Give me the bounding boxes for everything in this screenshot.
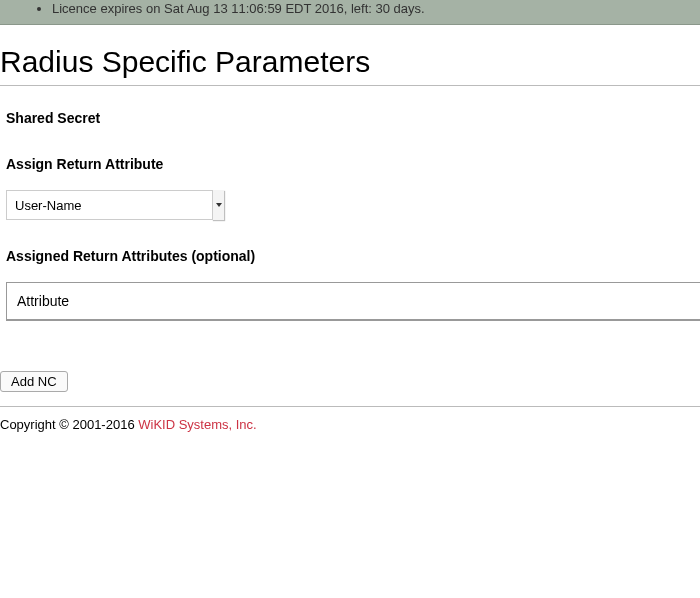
attributes-table: Attribute bbox=[6, 282, 700, 321]
status-bar: Licence expires on Sat Aug 13 11:06:59 E… bbox=[0, 0, 700, 25]
button-row: Add NC bbox=[0, 371, 700, 392]
assigned-return-attributes-label: Assigned Return Attributes (optional) bbox=[0, 248, 700, 264]
return-attribute-select[interactable]: User-Name bbox=[6, 190, 224, 220]
attributes-table-header: Attribute bbox=[7, 283, 700, 320]
add-nc-button[interactable]: Add NC bbox=[0, 371, 68, 392]
license-expiry-text: Licence expires on Sat Aug 13 11:06:59 E… bbox=[52, 0, 692, 18]
footer: Copyright © 2001-2016 WiKID Systems, Inc… bbox=[0, 417, 700, 448]
copyright-text: Copyright © 2001-2016 bbox=[0, 417, 138, 432]
title-divider bbox=[0, 85, 700, 86]
page-title: Radius Specific Parameters bbox=[0, 45, 700, 79]
footer-divider bbox=[0, 406, 700, 407]
assign-return-attribute-label: Assign Return Attribute bbox=[0, 156, 700, 172]
return-attribute-select-wrap: User-Name bbox=[6, 190, 224, 220]
shared-secret-label: Shared Secret bbox=[0, 110, 700, 126]
wikid-link[interactable]: WiKID Systems, Inc. bbox=[138, 417, 256, 432]
